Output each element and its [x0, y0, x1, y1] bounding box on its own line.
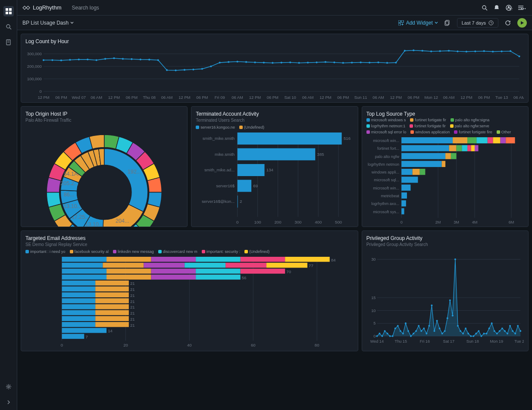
- svg-text:logrhythm axo...: logrhythm axo...: [371, 202, 399, 206]
- dashboard-content: Log Count by Hour 0100,000200,000300,000…: [17, 30, 532, 410]
- svg-rect-217: [185, 263, 225, 268]
- svg-point-61: [307, 62, 309, 63]
- panel-title: Privileged Group Activity: [366, 235, 524, 241]
- sidebar-collapse-icon[interactable]: [3, 397, 14, 407]
- svg-text:100: 100: [254, 220, 261, 224]
- svg-text:2: 2: [240, 199, 242, 204]
- svg-rect-232: [62, 281, 96, 286]
- play-button[interactable]: [517, 18, 527, 28]
- panel-terminated: Terminated Account Activity Terminated U…: [191, 106, 358, 227]
- svg-point-310: [470, 335, 472, 337]
- svg-text:Tue 13: Tue 13: [495, 95, 508, 100]
- chart-targeted[interactable]: 020406080847770562121212121212121147: [25, 256, 354, 348]
- svg-point-283: [399, 330, 401, 332]
- svg-point-34: [69, 59, 71, 61]
- svg-point-9: [8, 386, 9, 388]
- svg-rect-163: [476, 137, 487, 143]
- chart-privileged[interactable]: 05101530Wed 14Thu 15Fri 16Sat 17Sun 18Mo…: [366, 249, 524, 347]
- svg-point-307: [462, 333, 464, 334]
- svg-point-72: [404, 50, 406, 51]
- svg-point-64: [333, 61, 335, 63]
- dashboard-name-dropdown[interactable]: BP List Usage Dash: [22, 20, 74, 26]
- svg-text:12 PM: 12 PM: [178, 95, 190, 100]
- svg-text:Thu 15: Thu 15: [394, 339, 407, 344]
- svg-rect-227: [62, 274, 107, 280]
- svg-text:06 PM: 06 PM: [478, 95, 490, 100]
- legend-terminated: server16.kongoo.ne (Undefined): [196, 125, 353, 129]
- svg-point-312: [475, 333, 477, 334]
- svg-text:Sun 18: Sun 18: [466, 339, 479, 344]
- topbar-search-icon[interactable]: [479, 2, 491, 14]
- chart-logcount[interactable]: 0100,000200,000300,00012 PM06 PMWed 0706…: [25, 45, 524, 101]
- svg-text:Sat 10: Sat 10: [285, 95, 296, 100]
- svg-rect-209: [151, 257, 196, 262]
- timerange-picker[interactable]: Last 7 days: [457, 18, 498, 28]
- svg-rect-223: [151, 268, 196, 274]
- svg-text:06 AM: 06 AM: [443, 95, 455, 100]
- sidebar-dashboard-icon[interactable]: [3, 6, 14, 16]
- sidebar-reports-icon[interactable]: [3, 37, 14, 47]
- svg-point-45: [166, 69, 168, 71]
- svg-text:7: 7: [85, 334, 88, 339]
- chart-logsource[interactable]: 02M3M4M6Mmicrosoft win...fortinet fort..…: [366, 137, 524, 225]
- svg-rect-18: [401, 20, 404, 22]
- add-widget-label: Add Widget: [406, 20, 433, 26]
- svg-rect-224: [196, 268, 241, 274]
- svg-rect-241: [62, 298, 96, 303]
- copy-icon[interactable]: [442, 18, 453, 28]
- chart-terminated[interactable]: 0100200300400500smith_mike.smith516mike.…: [196, 132, 353, 226]
- svg-point-288: [413, 333, 414, 334]
- svg-text:Thu 08: Thu 08: [143, 95, 156, 100]
- svg-point-275: [379, 333, 380, 334]
- svg-point-301: [446, 317, 448, 319]
- panel-subtitle: Palo Alto Firewall Traffic: [25, 118, 183, 123]
- svg-rect-235: [62, 287, 96, 292]
- svg-text:80: 80: [315, 343, 319, 347]
- svg-rect-236: [95, 287, 129, 292]
- svg-rect-251: [95, 316, 129, 321]
- svg-point-67: [360, 61, 362, 63]
- svg-point-322: [501, 328, 503, 329]
- sidebar-search-icon[interactable]: [3, 22, 14, 32]
- svg-point-36: [87, 59, 88, 60]
- sidebar-settings-icon[interactable]: [3, 382, 14, 392]
- svg-line-5: [9, 28, 11, 29]
- refresh-icon[interactable]: [503, 18, 513, 28]
- brand-logo: LogRhythm: [22, 4, 61, 11]
- svg-text:500: 500: [335, 220, 342, 224]
- svg-rect-215: [103, 263, 144, 268]
- svg-point-85: [518, 55, 520, 57]
- svg-point-313: [478, 330, 479, 332]
- svg-point-53: [236, 61, 238, 63]
- dashboard-name-label: BP List Usage Dash: [22, 20, 69, 26]
- svg-text:300,000: 300,000: [27, 51, 42, 56]
- svg-text:134: 134: [266, 167, 274, 172]
- svg-rect-242: [95, 298, 129, 303]
- svg-rect-208: [106, 257, 151, 262]
- svg-text:palo alto ngfw: palo alto ngfw: [375, 155, 399, 159]
- svg-rect-181: [401, 161, 441, 167]
- panel-title: Terminated Account Activity: [196, 111, 353, 117]
- breadcrumb[interactable]: Search logs: [72, 5, 99, 11]
- svg-rect-192: [401, 192, 407, 199]
- svg-point-304: [454, 259, 456, 260]
- svg-point-58: [281, 62, 282, 63]
- notifications-icon[interactable]: [491, 2, 503, 14]
- svg-rect-207: [62, 257, 107, 262]
- svg-point-81: [483, 50, 485, 52]
- svg-rect-173: [467, 145, 471, 151]
- svg-rect-190: [401, 185, 410, 191]
- svg-point-4: [6, 25, 10, 28]
- svg-point-327: [514, 333, 516, 334]
- svg-point-318: [491, 322, 492, 324]
- svg-rect-239: [95, 292, 129, 297]
- svg-text:06 PM: 06 PM: [337, 95, 349, 100]
- svg-text:06 PM: 06 PM: [196, 95, 208, 100]
- svg-text:microsoft sql...: microsoft sql...: [374, 178, 399, 182]
- svg-text:06 PM: 06 PM: [126, 95, 138, 100]
- svg-text:12 PM: 12 PM: [460, 95, 472, 100]
- svg-text:516: 516: [344, 136, 350, 141]
- svg-rect-233: [95, 281, 129, 286]
- chart-origin[interactable]: 192...204...13.10...17.25...13.10...86..…: [25, 125, 183, 227]
- add-widget-button[interactable]: Add Widget: [398, 20, 438, 26]
